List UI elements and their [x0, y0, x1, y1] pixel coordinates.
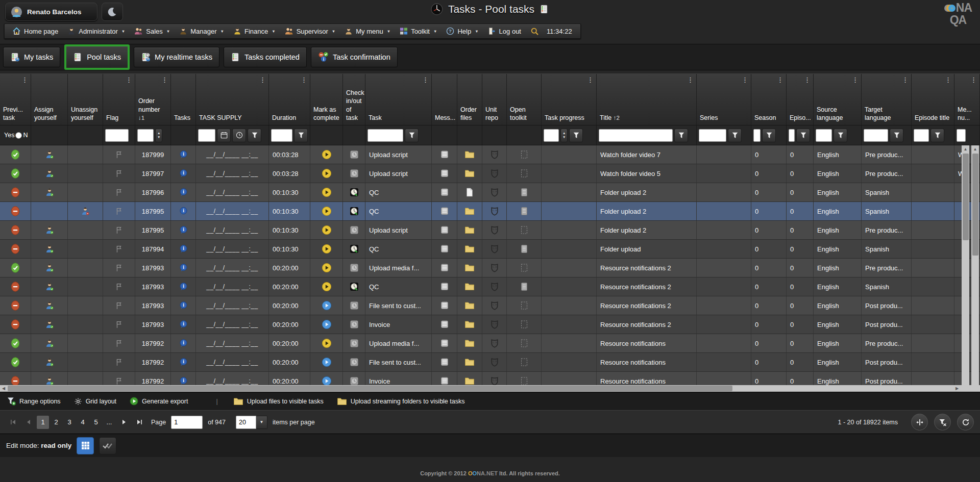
chevron-down-icon[interactable]: ▼	[256, 416, 267, 429]
unassign-person-icon[interactable]	[81, 207, 90, 216]
season-filter-button[interactable]	[762, 129, 776, 142]
checkin-active-icon[interactable]	[350, 188, 359, 197]
menu-item-search[interactable]	[526, 24, 544, 38]
tab-pool-tasks[interactable]: Pool tasks	[64, 44, 130, 70]
dark-mode-toggle[interactable]	[102, 3, 123, 21]
task-supply-placeholder[interactable]: __/__/____ __:__	[206, 321, 258, 328]
batch-complete-button[interactable]	[99, 437, 116, 454]
series-filter-input[interactable]	[699, 129, 726, 142]
page-number-ellipsis[interactable]: ...	[103, 416, 115, 429]
order-number-spinner[interactable]: ▲▼	[155, 129, 162, 142]
assign-person-icon[interactable]	[45, 244, 54, 253]
column-header-unit-repo[interactable]: Unit repo	[482, 74, 507, 125]
column-menu-icon[interactable]: ⋮	[687, 76, 694, 85]
season-filter-input[interactable]	[753, 129, 761, 142]
play-yellow-icon[interactable]	[322, 282, 332, 292]
column-header-media-number[interactable]: ⋮Me... nu...	[954, 74, 980, 125]
page-number-3[interactable]: 3	[63, 416, 76, 429]
target-language-filter-button[interactable]	[890, 129, 903, 142]
message-icon[interactable]	[440, 169, 449, 178]
checkin-idle-icon[interactable]	[350, 339, 359, 348]
toolbar-grid-layout[interactable]: Grid layout	[74, 397, 116, 405]
folder-icon[interactable]	[464, 358, 475, 366]
folder-icon[interactable]	[464, 245, 475, 253]
info-icon[interactable]: i	[179, 169, 188, 178]
flag-icon[interactable]	[115, 264, 124, 272]
toolkit-doc-icon[interactable]	[520, 282, 528, 291]
message-icon[interactable]	[440, 301, 449, 310]
assign-person-icon[interactable]	[45, 320, 54, 329]
toolkit-dashed-icon[interactable]	[520, 301, 528, 310]
message-icon[interactable]	[440, 207, 449, 216]
folder-icon[interactable]	[464, 320, 475, 328]
refresh-button[interactable]	[957, 414, 974, 430]
checkin-active-icon[interactable]	[350, 207, 359, 216]
task-supply-clock-button[interactable]	[232, 129, 246, 142]
checkin-active-icon[interactable]	[350, 244, 359, 253]
task-filter-button[interactable]	[405, 129, 419, 142]
flag-icon[interactable]	[115, 377, 124, 386]
toolkit-doc-icon[interactable]	[520, 207, 528, 216]
unit-repo-shield-icon[interactable]: 1 - 9	[491, 301, 499, 310]
menu-item-finance[interactable]: Finance▼	[229, 24, 280, 38]
order-number-filter-input[interactable]	[137, 129, 154, 142]
menu-item-toolkit[interactable]: Toolkit▼	[395, 24, 442, 38]
column-menu-icon[interactable]: ⋮	[945, 76, 951, 85]
table-row[interactable]: 187994i__/__/____ __:__00:10:30QC1 - 9Fo…	[0, 240, 980, 259]
menu-item-sales[interactable]: Sales▼	[130, 24, 175, 38]
duration-filter-input[interactable]	[271, 129, 292, 142]
column-header-order-files[interactable]: Order files	[457, 74, 482, 125]
play-blue-icon[interactable]	[322, 376, 332, 385]
task-supply-placeholder[interactable]: __/__/____ __:__	[206, 264, 258, 271]
status-blocked-icon[interactable]	[11, 244, 20, 254]
task-progress-filter-button[interactable]	[569, 129, 583, 142]
table-row[interactable]: 187995i__/__/____ __:__00:10:30QC1 - 9Fo…	[0, 202, 980, 221]
menu-item-log-out[interactable]: Log out	[483, 24, 526, 38]
info-icon[interactable]: i	[179, 207, 188, 216]
column-header-order-number[interactable]: ⋮Order number ↓1	[135, 74, 171, 125]
unit-repo-shield-icon[interactable]: 1 - 9	[491, 244, 499, 253]
grid-edit-mode-button[interactable]	[77, 437, 94, 454]
toolkit-doc-icon[interactable]	[520, 188, 528, 197]
vertical-scroll-thumb[interactable]	[963, 154, 969, 240]
table-row[interactable]: 187995i__/__/____ __:__00:10:30Upload sc…	[0, 221, 980, 240]
folder-icon[interactable]	[464, 264, 475, 272]
unit-repo-shield-icon[interactable]: 1 - 9	[491, 358, 499, 367]
column-header-task-progress[interactable]: ⋮Task progress	[542, 74, 597, 125]
unit-repo-shield-icon[interactable]: 1 - 9	[491, 263, 499, 272]
toolkit-dashed-icon[interactable]	[520, 225, 528, 235]
menu-item-home-page[interactable]: Home page	[8, 24, 63, 38]
folder-icon[interactable]	[464, 339, 475, 347]
status-done-icon[interactable]	[11, 149, 20, 160]
checkin-active-icon[interactable]	[350, 282, 359, 291]
column-menu-icon[interactable]: ⋮	[970, 76, 977, 85]
episode-title-filter-button[interactable]	[930, 129, 944, 142]
column-header-episode-title[interactable]: ⋮Episode title	[912, 74, 954, 125]
flag-icon[interactable]	[115, 301, 124, 310]
page-size-input[interactable]	[236, 416, 256, 429]
message-icon[interactable]	[440, 188, 449, 197]
unit-repo-shield-icon[interactable]: 1 - 9	[491, 320, 499, 329]
info-icon[interactable]: i	[179, 301, 188, 310]
media-number-filter-input[interactable]	[957, 129, 966, 142]
checkin-idle-icon[interactable]	[350, 150, 359, 159]
task-supply-placeholder[interactable]: __/__/____ __:__	[206, 245, 258, 252]
message-icon[interactable]	[440, 263, 449, 272]
column-header-task[interactable]: ⋮Task	[365, 74, 432, 125]
prev-page-button[interactable]	[21, 416, 35, 429]
flag-icon[interactable]	[115, 245, 124, 253]
flag-icon[interactable]	[115, 339, 124, 348]
column-menu-icon[interactable]: ⋮	[902, 76, 909, 85]
play-yellow-icon[interactable]	[322, 338, 332, 348]
tab-tasks-completed[interactable]: Tasks completed	[224, 47, 307, 67]
table-row[interactable]: 187996i__/__/____ __:__00:10:30QC1 - 9Fo…	[0, 183, 980, 202]
grid-vertical-scrollbar[interactable]: ▲	[962, 145, 969, 392]
message-icon[interactable]	[440, 376, 449, 385]
checkin-idle-icon[interactable]	[350, 263, 359, 272]
assign-person-icon[interactable]	[45, 225, 54, 235]
status-blocked-icon[interactable]	[11, 206, 20, 216]
column-header-previous-task[interactable]: ⋮Previ... task	[0, 74, 31, 125]
play-yellow-icon[interactable]	[322, 225, 332, 235]
column-header-unassign-yourself[interactable]: Unassign yourself	[68, 74, 103, 125]
status-blocked-icon[interactable]	[11, 187, 20, 197]
